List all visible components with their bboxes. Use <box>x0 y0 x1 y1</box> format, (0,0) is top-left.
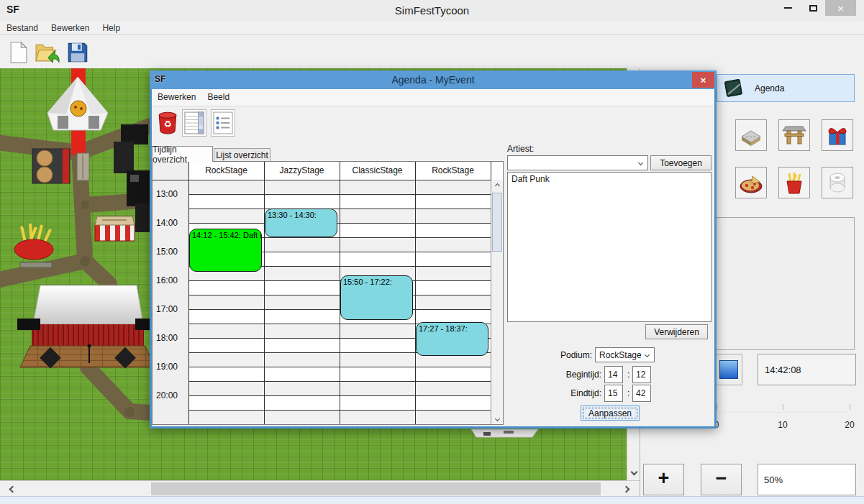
timeline-view-icon <box>184 111 204 134</box>
time-label: 20:00 <box>156 390 178 400</box>
apply-button-label: Aanpassen <box>588 408 632 418</box>
zoom-level-field[interactable]: 50% <box>758 464 856 495</box>
save-file-button[interactable] <box>65 39 91 66</box>
open-file-button[interactable] <box>35 39 60 66</box>
chevron-down-icon <box>645 352 650 357</box>
play-pause-button[interactable] <box>715 354 742 385</box>
time-label: 17:00 <box>156 304 178 314</box>
stage-column-header: RockStage <box>188 165 264 175</box>
time-gutter <box>153 162 188 424</box>
tab-tijdlijn-overzicht[interactable]: Tijdlijn overzicht <box>152 146 213 162</box>
grid-vline <box>264 162 265 424</box>
podium-label: Podium: <box>533 350 592 360</box>
main-stage <box>17 285 158 369</box>
end-minute-input[interactable]: 42 <box>632 385 651 402</box>
zoom-level-value: 50% <box>764 475 783 485</box>
timeline-view-button[interactable] <box>182 109 206 137</box>
zoom-in-button[interactable]: + <box>643 464 684 495</box>
map-horizontal-scrollbar[interactable] <box>0 480 640 496</box>
dialog-body: BewerkenBeeld ♻ <box>152 89 714 426</box>
fries-icon <box>782 170 806 195</box>
slider-tick <box>850 404 850 410</box>
schedule-event[interactable]: 14:12 - 15:42: Daft Punk <box>189 229 262 272</box>
build-torii-gate-button[interactable] <box>778 119 810 151</box>
delete-schedule-button[interactable]: ♻ <box>155 109 180 137</box>
chevron-down-icon <box>494 416 499 421</box>
map-hscroll-thumb[interactable] <box>151 482 601 495</box>
build-road-tile-button[interactable] <box>735 119 767 151</box>
slider-tick <box>783 404 783 410</box>
artist-listbox[interactable]: Daft Punk <box>507 172 711 322</box>
apply-button[interactable]: Aanpassen <box>581 406 640 421</box>
time-label: 16:00 <box>156 275 178 285</box>
menu-bewerken[interactable]: Bewerken <box>45 22 96 33</box>
build-toilet-paper-button[interactable] <box>822 167 853 198</box>
remove-artist-button[interactable]: Verwijderen <box>645 324 708 339</box>
menu-help[interactable]: Help <box>96 22 127 33</box>
time-colon: : <box>627 388 629 398</box>
road-tile-icon <box>739 123 763 147</box>
menu-bestand[interactable]: Bestand <box>0 22 45 33</box>
build-fries-button[interactable] <box>778 167 810 198</box>
list-view-button[interactable] <box>211 109 235 137</box>
gift-box-icon <box>825 123 850 147</box>
schedule-scroll-down-button[interactable] <box>491 413 503 424</box>
schedule-scroll-thumb[interactable] <box>492 193 502 252</box>
begin-minute-value: 12 <box>636 370 645 380</box>
new-file-button[interactable] <box>6 39 32 66</box>
time-label: 18:00 <box>156 333 178 343</box>
dialog-titlebar[interactable]: SF Agenda - MyEvent × <box>150 70 717 89</box>
burger-stand <box>32 149 89 183</box>
chevron-left-icon <box>9 485 17 492</box>
artist-dropdown[interactable] <box>507 155 648 170</box>
begin-minute-input[interactable]: 12 <box>632 366 651 383</box>
map-scroll-left-button[interactable] <box>0 481 25 497</box>
dialog-menubar: BewerkenBeeld <box>152 89 714 106</box>
tab-lijst-overzicht[interactable]: Lijst overzicht <box>214 148 270 162</box>
artist-list-item[interactable]: Daft Punk <box>508 173 711 184</box>
schedule-scroll-up-button[interactable] <box>491 180 503 191</box>
time-label: 19:00 <box>156 362 178 372</box>
schedule-event[interactable]: 15:50 - 17:22: <box>340 275 413 319</box>
close-button[interactable]: × <box>825 0 856 16</box>
toilet-paper-icon <box>825 170 850 195</box>
slider-tick-label: 20 <box>845 420 854 430</box>
stage-column-header: JazzyStage <box>264 165 340 175</box>
grid-vline <box>188 162 189 424</box>
build-pizza-button[interactable] <box>735 167 767 198</box>
app-window: SF SimFestTycoon × BestandBewerkenHelp <box>0 0 864 504</box>
time-label: 13:00 <box>156 189 178 199</box>
maximize-button[interactable] <box>801 0 825 16</box>
tab-label: Lijst overzicht <box>216 150 268 160</box>
schedule-event[interactable]: 17:27 - 18:37: <box>416 322 488 356</box>
schedule-scrollbar[interactable] <box>491 180 503 424</box>
dialog-menu-beeld[interactable]: Beeld <box>201 89 235 102</box>
agenda-button-label: Agenda <box>755 83 784 93</box>
dialog-menu-bewerken[interactable]: Bewerken <box>152 89 201 102</box>
agenda-button[interactable]: Agenda <box>717 74 855 102</box>
minimize-button[interactable] <box>776 0 800 16</box>
podium-dropdown[interactable]: RockStage <box>595 347 655 362</box>
time-label: 14:00 <box>156 218 178 228</box>
build-gift-button[interactable] <box>822 119 853 151</box>
zoom-out-button[interactable]: − <box>701 464 742 495</box>
dialog-toolbar: ♻ <box>152 106 714 145</box>
chevron-up-icon <box>494 183 499 188</box>
open-folder-icon <box>35 41 60 64</box>
add-artist-label: Toevoegen <box>660 158 702 168</box>
chevron-down-icon <box>638 160 643 165</box>
map-scroll-right-button[interactable] <box>614 481 639 497</box>
begin-time-label: Begintijd: <box>540 370 601 380</box>
begin-hour-input[interactable]: 14 <box>604 366 623 383</box>
add-artist-button[interactable]: Toevoegen <box>650 155 711 170</box>
dialog-close-icon: × <box>701 75 706 86</box>
schedule-event[interactable]: 13:30 - 14:30: <box>265 209 337 237</box>
minus-icon: − <box>716 467 727 490</box>
end-hour-input[interactable]: 15 <box>604 385 623 402</box>
schedule-grid[interactable]: RockStageJazzyStageClassicStageRockStage… <box>153 162 503 424</box>
dialog-close-button[interactable]: × <box>692 72 714 88</box>
main-titlebar[interactable]: SF SimFestTycoon × <box>0 0 864 22</box>
slider-tick-label: 10 <box>778 420 787 430</box>
game-clock-value: 14:42:08 <box>765 365 801 375</box>
map-scroll-down-button[interactable] <box>627 463 640 480</box>
